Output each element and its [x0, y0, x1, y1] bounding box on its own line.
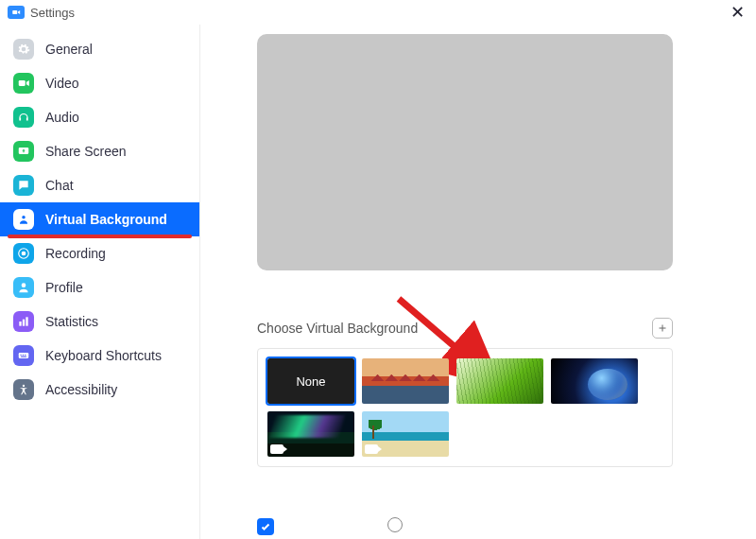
section-title: Choose Virtual Background	[257, 321, 418, 336]
background-grid: None	[257, 348, 673, 467]
background-thumb-grass[interactable]	[456, 358, 543, 404]
video-badge-icon	[365, 444, 378, 454]
video-icon	[13, 73, 34, 94]
sidebar-item-label: Accessibility	[45, 382, 117, 397]
sidebar-item-label: Chat	[45, 178, 74, 193]
sidebar-item-statistics[interactable]: Statistics	[0, 304, 199, 339]
sidebar-item-virtual-background[interactable]: Virtual Background	[0, 202, 199, 236]
svg-rect-7	[19, 322, 21, 326]
sidebar-item-profile[interactable]: Profile	[0, 270, 199, 304]
svg-rect-9	[26, 317, 27, 325]
svg-point-15	[23, 385, 25, 387]
sidebar-item-audio[interactable]: Audio	[0, 100, 199, 134]
titlebar-left: Settings	[8, 6, 75, 20]
add-background-button[interactable]	[652, 318, 673, 339]
statistics-icon	[13, 311, 34, 332]
background-thumb-bridge[interactable]	[362, 358, 449, 404]
virtual-background-icon	[13, 209, 34, 230]
app-icon	[8, 6, 25, 19]
close-button[interactable]: ✕	[727, 4, 748, 21]
plus-icon	[657, 322, 668, 334]
sidebar-item-label: Recording	[45, 246, 106, 261]
main-panel: Choose Virtual Background None	[200, 25, 756, 539]
option-checkbox[interactable]	[257, 518, 274, 535]
background-thumb-none[interactable]: None	[267, 358, 354, 404]
sidebar-item-label: Profile	[45, 280, 83, 295]
sidebar-item-video[interactable]: Video	[0, 66, 199, 100]
svg-rect-11	[21, 355, 22, 356]
background-thumb-earth[interactable]	[551, 358, 638, 404]
svg-rect-1	[19, 80, 26, 86]
radio-unselected-icon	[387, 517, 403, 532]
option-radio[interactable]	[387, 517, 403, 535]
keyboard-icon	[13, 345, 34, 366]
sidebar-item-keyboard-shortcuts[interactable]: Keyboard Shortcuts	[0, 339, 199, 373]
svg-rect-8	[23, 320, 25, 326]
svg-point-3	[22, 216, 26, 219]
gear-icon	[13, 39, 34, 60]
sidebar-item-label: Share Screen	[45, 144, 127, 159]
thumb-label: None	[296, 374, 325, 389]
svg-rect-14	[21, 356, 26, 357]
background-thumb-aurora[interactable]	[267, 411, 354, 457]
sidebar-item-chat[interactable]: Chat	[0, 168, 199, 202]
profile-icon	[13, 277, 34, 298]
accessibility-icon	[13, 379, 34, 400]
sidebar-item-label: Statistics	[45, 314, 98, 329]
window-title: Settings	[30, 6, 75, 20]
headphones-icon	[13, 107, 34, 128]
svg-rect-13	[25, 355, 26, 356]
sidebar: General Video Audio Share Screen Chat Vi…	[0, 25, 200, 539]
sidebar-item-share-screen[interactable]: Share Screen	[0, 134, 199, 168]
titlebar: Settings ✕	[0, 0, 756, 25]
svg-point-5	[22, 252, 26, 256]
sidebar-item-recording[interactable]: Recording	[0, 236, 199, 270]
checkbox-checked-icon	[257, 518, 274, 535]
svg-point-6	[22, 283, 26, 287]
sidebar-item-accessibility[interactable]: Accessibility	[0, 373, 199, 407]
video-preview	[257, 34, 673, 270]
sidebar-item-label: Video	[45, 76, 79, 91]
video-badge-icon	[270, 444, 284, 454]
shell: General Video Audio Share Screen Chat Vi…	[0, 25, 756, 539]
background-thumb-beach[interactable]	[362, 411, 449, 457]
chat-icon	[13, 175, 34, 196]
sidebar-item-general[interactable]: General	[0, 32, 199, 66]
recording-icon	[13, 243, 34, 264]
svg-rect-12	[23, 355, 24, 356]
sidebar-item-label: Virtual Background	[45, 212, 167, 227]
sidebar-item-label: General	[45, 42, 93, 57]
svg-rect-0	[12, 10, 17, 14]
sidebar-item-label: Keyboard Shortcuts	[45, 348, 162, 363]
share-screen-icon	[13, 141, 34, 162]
sidebar-item-label: Audio	[45, 110, 79, 125]
section-header: Choose Virtual Background	[257, 318, 673, 339]
options-row	[257, 517, 403, 535]
